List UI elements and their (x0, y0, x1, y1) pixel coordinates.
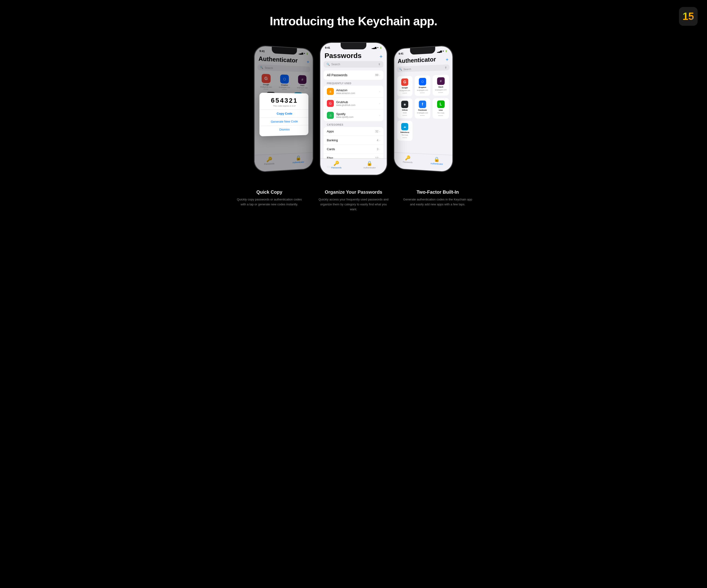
quick-copy-title: Quick Copy (234, 190, 304, 195)
center-phone-screen: 9:41 ▂▄▆ ✦ 🔋 Passwords + 🔍 Search 🎙 All … (320, 43, 387, 175)
notch-center (341, 43, 366, 50)
passwords-tab-icon-right: 🔑 (405, 155, 410, 161)
list-item[interactable]: G Grubhub www.grubhub.com › (324, 98, 383, 109)
auth-title-right: Authenticator (398, 56, 436, 65)
list-item[interactable]: Apps 32 › (324, 127, 383, 136)
generate-code-button[interactable]: Generate New Code (263, 118, 305, 126)
facebook-icon-right: f (419, 101, 426, 108)
dropbox-icon-right: ⬡ (419, 78, 426, 86)
organize-desc: Quickly access your frequently used pass… (318, 197, 389, 212)
amazon-row-left: a Amazon www.amazon.com (327, 88, 355, 95)
tab-authenticator-right[interactable]: 🔒 Authenticator (430, 156, 443, 165)
phones-row: 9:41 ▂▄▆ ✦ 🔋 Authenticator + 🔍 Search G … (225, 42, 482, 175)
spotify-icon: ♫ (327, 112, 334, 119)
bottom-section: Quick Copy Quickly copy passwords or aut… (225, 190, 482, 212)
pw-search-placeholder: Search (331, 63, 340, 66)
organize-title: Organize Your Passwords (318, 190, 389, 195)
mic-icon-right: 🎙 (444, 66, 447, 69)
pw-header: Passwords + (320, 51, 387, 61)
list-item[interactable]: ⬡ Dropbox tim@apple.com •••••• (415, 75, 430, 96)
list-item[interactable]: # Slack tim@apple.com •••••• (433, 75, 449, 96)
chevron-banking: › (379, 139, 380, 142)
pw-search-bar[interactable]: 🔍 Search 🎙 (324, 61, 383, 68)
list-item[interactable]: L Line Tim Cook •••••• (433, 98, 449, 119)
tab-passwords-right[interactable]: 🔑 Passwords (403, 155, 413, 164)
authenticator-tab-icon-center: 🔒 (367, 160, 372, 166)
quick-copy-desc: Quickly copy passwords or authentication… (234, 197, 304, 207)
chevron-grubhub: › (379, 102, 380, 105)
salesforce-icon-right: ☁ (401, 123, 408, 131)
line-icon-right: L (437, 100, 444, 108)
chevron-amazon: › (379, 90, 380, 93)
search-icon-right: 🔍 (399, 68, 402, 71)
tab-label-passwords-right: Passwords (403, 161, 413, 163)
tab-passwords-center[interactable]: 🔑 Passwords (331, 160, 342, 169)
left-phone: 9:41 ▂▄▆ ✦ 🔋 Authenticator + 🔍 Search G … (254, 45, 313, 173)
passwords-tab-icon-center: 🔑 (333, 160, 339, 166)
search-icon-center: 🔍 (326, 63, 330, 66)
grubhub-icon: G (327, 100, 334, 107)
chevron-cards: › (379, 148, 380, 151)
right-phone: 9:41 ▂▄▆ ✦ 🔋 Authenticator + 🔍 Search 🎙 … (394, 45, 453, 173)
code-expires: This code expires in 0:47 (263, 105, 305, 107)
center-phone: 9:41 ▂▄▆ ✦ 🔋 Passwords + 🔍 Search 🎙 All … (319, 42, 388, 175)
list-item[interactable]: ◉ Github tcook •••••• (397, 98, 412, 118)
chevron-spotify: › (379, 114, 380, 117)
tab-label-authenticator-right: Authenticator (430, 162, 443, 165)
authenticator-tab-icon-right: 🔒 (434, 156, 440, 162)
mic-icon-center: 🎙 (378, 63, 381, 66)
search-placeholder-right: Search (403, 68, 411, 71)
pw-title: Passwords (325, 52, 362, 60)
chevron-apps: › (379, 130, 380, 133)
amazon-icon: a (327, 88, 334, 95)
ios-version: 15 (683, 10, 694, 22)
github-icon-right: ◉ (401, 101, 408, 108)
code-number: 654321 (263, 97, 305, 104)
tab-bar-center: 🔑 Passwords 🔒 Authenticator (320, 158, 387, 175)
frequently-used-section: a Amazon www.amazon.com › G Grubhub www.… (324, 86, 383, 121)
left-phone-screen: 9:41 ▂▄▆ ✦ 🔋 Authenticator + 🔍 Search G … (255, 45, 313, 172)
slack-icon-right: # (437, 77, 444, 85)
tab-bar-right: 🔑 Passwords 🔒 Authenticator (394, 153, 452, 172)
bottom-card-quick-copy: Quick Copy Quickly copy passwords or aut… (234, 190, 304, 212)
notch-right (410, 47, 435, 55)
copy-code-button[interactable]: Copy Code (263, 110, 305, 118)
list-item[interactable]: G Google tim@gmail.com •••••• (397, 76, 412, 96)
list-item[interactable]: Banking 4 › (324, 136, 383, 145)
main-title: Introducing the Keychain app. (270, 14, 437, 28)
pw-add-btn[interactable]: + (379, 54, 382, 60)
auth-grid-right: G Google tim@gmail.com •••••• ⬡ Dropbox … (394, 72, 452, 144)
status-icons-right: ▂▄▆ ✦ 🔋 (437, 50, 447, 53)
bottom-card-organize: Organize Your Passwords Quickly access y… (318, 190, 389, 212)
list-item[interactable]: a Amazon www.amazon.com › (324, 86, 383, 98)
ios15-badge: 15 (679, 7, 698, 26)
2fa-title: Two-Factor Built-In (403, 190, 473, 195)
auth-add-right[interactable]: + (446, 57, 448, 62)
dismiss-button[interactable]: Dismiss (263, 125, 305, 134)
time-center: 9:41 (325, 46, 330, 49)
all-passwords-row[interactable]: All Passwords 99 › (324, 70, 383, 80)
right-phone-screen: 9:41 ▂▄▆ ✦ 🔋 Authenticator + 🔍 Search 🎙 … (394, 45, 452, 172)
2fa-desc: Generate authentication codes in the Key… (403, 197, 473, 207)
list-item[interactable]: ♫ Spotify www.spotify.com › (324, 109, 383, 121)
tab-authenticator-center[interactable]: 🔒 Authenticator (363, 160, 376, 169)
spotify-row-left: ♫ Spotify www.spotify.com (327, 112, 354, 119)
list-item[interactable]: ☁ Salesforce Tim Cook •••••• (397, 121, 412, 141)
grubhub-row-left: G Grubhub www.grubhub.com (327, 100, 356, 107)
frequently-used-label: FREQUENTLY USED (320, 82, 387, 86)
code-modal: 654321 This code expires in 0:47 Copy Co… (260, 93, 308, 136)
list-item[interactable]: f Facebook tim@apple.com •••••• (415, 98, 430, 119)
all-passwords-count: 99 › (375, 73, 380, 77)
categories-label: CATEGORIES (320, 124, 387, 127)
google-icon-right: G (401, 78, 408, 86)
list-item[interactable]: Cards 3 › (324, 145, 383, 154)
all-passwords-label: All Passwords (327, 73, 347, 77)
tab-label-passwords-center: Passwords (331, 166, 342, 169)
bottom-card-2fa: Two-Factor Built-In Generate authenticat… (403, 190, 473, 212)
tab-label-authenticator-center: Authenticator (363, 166, 376, 169)
time-right: 9:41 (399, 52, 404, 55)
status-icons-center: ▂▄▆ ✦ 🔋 (372, 46, 382, 49)
chevron-icon: › (379, 74, 380, 76)
